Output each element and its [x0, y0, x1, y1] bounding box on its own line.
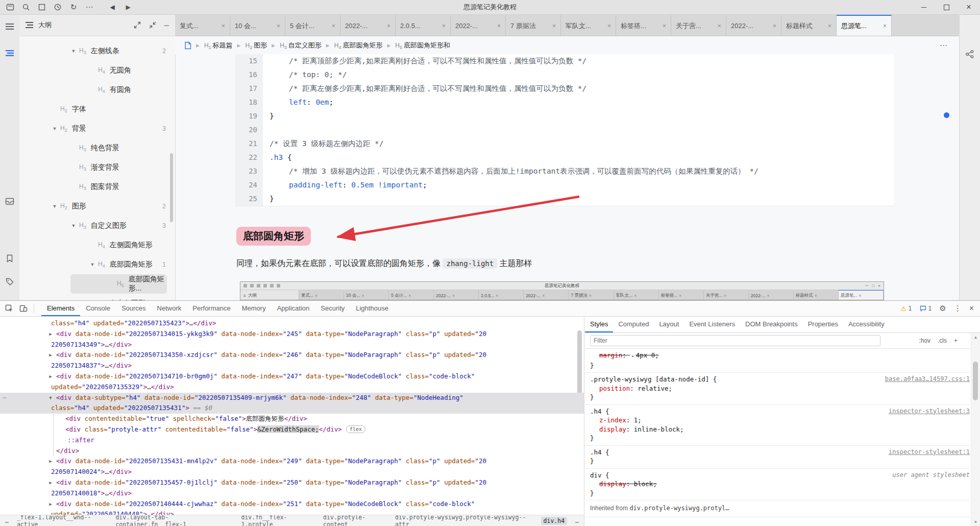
device-toolbar-icon[interactable]	[19, 304, 28, 313]
dom-breadcrumb-item[interactable]: …	[5, 517, 9, 524]
tab-close-icon[interactable]: ×	[718, 22, 721, 30]
styles-tab-computed[interactable]: Computed	[613, 316, 654, 332]
code-line[interactable]: /* 距离顶部多少距离,如果距离刚好合适，可以不写属性和属性值，属性值可以为负数…	[263, 54, 894, 68]
code-line[interactable]: padding-left: 0.5em !important;	[263, 178, 894, 192]
bookmark-icon[interactable]	[5, 253, 15, 264]
styles-toolbar-button[interactable]: +	[954, 337, 958, 344]
styles-tab-dom-breakpoints[interactable]: DOM Breakpoints	[740, 316, 803, 332]
styles-scrollbar[interactable]: ▲ ▼	[971, 333, 980, 526]
doc-heading[interactable]: 底部圆角矩形	[236, 227, 311, 246]
tab-close-icon[interactable]: ×	[883, 22, 887, 30]
inherited-node-link[interactable]: div.protyle-wysiwyg.protyl…	[629, 505, 729, 512]
styles-filter-input[interactable]	[590, 335, 880, 346]
code-line[interactable]: }	[263, 109, 894, 123]
devtools-tab-console[interactable]: Console	[80, 301, 116, 316]
dom-tree-line[interactable]: <div contenteditable="true" spellcheck="…	[0, 414, 584, 424]
tab-close-icon[interactable]: ×	[332, 22, 335, 30]
dom-breadcrumb-item[interactable]: div.layout-tab-container.fn__flex-1	[115, 515, 233, 526]
dom-tree-line[interactable]: </div>	[0, 446, 584, 457]
style-rule[interactable]: margin: ▸4px 0;}	[585, 349, 970, 373]
tree-expander-icon[interactable]: ▶	[47, 350, 54, 361]
outline-item[interactable]: H4有圆角	[19, 80, 175, 100]
tab-close-icon[interactable]: ×	[828, 22, 831, 30]
outline-item[interactable]: ▼H3左侧线条2	[19, 41, 175, 61]
devtools-tab-lighthouse[interactable]: Lighthouse	[350, 301, 394, 316]
tab[interactable]: 标签搭...×	[616, 14, 671, 36]
styles-toolbar-button[interactable]: .cls	[938, 337, 947, 344]
outline-scrollbar[interactable]	[170, 153, 173, 222]
tab[interactable]: 5 会计...×	[285, 14, 340, 36]
refresh-icon[interactable]: ↻	[69, 3, 78, 11]
devtools-tab-network[interactable]: Network	[152, 301, 187, 316]
devtools-tab-memory[interactable]: Memory	[236, 301, 272, 316]
devtools-close-icon[interactable]: ×	[969, 304, 974, 313]
expand-panel-icon[interactable]	[134, 21, 141, 29]
dom-breadcrumb-item[interactable]: div.protyle-wysiwyg.protyle-wysiwyg--att…	[395, 515, 533, 526]
code-line[interactable]: }	[263, 192, 894, 206]
scroll-position-dot[interactable]	[944, 112, 949, 118]
outline-item[interactable]: H3渐变背景	[19, 158, 175, 177]
dom-breadcrumb-item[interactable]: div.protyle-content	[323, 515, 387, 526]
styles-toolbar-button[interactable]: :hov	[919, 337, 930, 344]
warnings-badge[interactable]: ⚠1	[900, 305, 912, 313]
styles-tab-properties[interactable]: Properties	[803, 316, 843, 332]
dom-tree-line[interactable]: ▶<div data-node-id="20220507134015-ykkg3…	[0, 329, 584, 340]
outline-item[interactable]: ▼H2背景3	[19, 119, 175, 138]
tag-icon[interactable]	[5, 277, 15, 287]
dom-tree-line[interactable]: updated="20220507140448">…</div>	[0, 509, 584, 515]
tab-close-icon[interactable]: ×	[607, 22, 611, 30]
tab-close-icon[interactable]: ×	[387, 22, 390, 30]
dom-breadcrumb-item[interactable]: div.h4	[541, 517, 568, 525]
tab[interactable]: 2.0.5...×	[396, 14, 451, 36]
breadcrumb-item[interactable]: H1标题篇	[204, 41, 233, 50]
code-line[interactable]: /* top: 0; */	[263, 68, 894, 82]
min-panel-icon[interactable]: ─	[164, 21, 169, 29]
inbox-icon[interactable]	[5, 196, 15, 206]
inspect-element-icon[interactable]	[5, 304, 13, 313]
style-declaration[interactable]: display: inline-block;	[590, 425, 970, 434]
tab[interactable]: 关于营...×	[671, 14, 726, 36]
outline-item[interactable]: ▼H4底部圆角矩形1	[19, 255, 175, 274]
dom-tree-line[interactable]: class="h4" updated="20220507135431"> == …	[0, 403, 584, 414]
tab[interactable]: 思源笔...×	[837, 14, 892, 36]
tab[interactable]: 10 会...×	[230, 14, 285, 36]
dom-tree-line[interactable]: 220507134837">…</div>	[0, 361, 584, 371]
menu-icon[interactable]	[5, 21, 15, 32]
devtools-tab-application[interactable]: Application	[272, 301, 315, 316]
style-rule-source-link[interactable]: base.a0faa3…14597.css:1	[885, 375, 970, 384]
tree-expander-icon[interactable]: ▶	[47, 477, 54, 488]
devtools-settings-icon[interactable]: ⚙	[939, 304, 946, 313]
tab-close-icon[interactable]: ×	[222, 22, 225, 30]
outline-item[interactable]: H3图案背景	[19, 177, 175, 197]
outline-item[interactable]: H4左侧圆角矩形	[19, 235, 175, 255]
dom-tree-line[interactable]: ▶<div data-node-id="20220507134350-xzdjc…	[0, 350, 584, 361]
tab[interactable]: 2022-...×	[451, 14, 506, 36]
collapse-panel-icon[interactable]	[149, 21, 156, 29]
dom-tree-line[interactable]: 220507140018">…</div>	[0, 488, 584, 499]
outline-item[interactable]: ▼H3自定义图形3	[19, 216, 175, 235]
back-icon[interactable]: ◀	[108, 3, 116, 11]
devtools-tab-elements[interactable]: Elements	[41, 301, 80, 316]
style-rule[interactable]: .protyle-wysiwyg [data-node-id] {base.a0…	[585, 373, 970, 405]
tab-close-icon[interactable]: ×	[773, 22, 776, 30]
style-rule[interactable]: div {user agent stylesheetdisplay: block…	[585, 469, 970, 501]
dom-tree-line[interactable]: ⋯▼<div data-subtype="h4" data-node-id="2…	[0, 393, 584, 403]
style-rule-source-link[interactable]: inspector-stylesheet:3	[889, 407, 970, 416]
style-rule-source-link[interactable]: inspector-stylesheet:1	[889, 448, 970, 457]
dom-tree-line[interactable]: <div class="protyle-attr" contenteditabl…	[0, 424, 584, 435]
history-icon[interactable]	[54, 3, 62, 11]
devtools-tab-performance[interactable]: Performance	[187, 301, 236, 316]
close-button[interactable]: ×	[958, 1, 980, 14]
breadcrumb-item[interactable]: H5底部圆角矩形和	[395, 41, 450, 50]
tab[interactable]: 军队文...×	[561, 14, 616, 36]
tab[interactable]: 复式...×	[175, 14, 230, 36]
tab-close-icon[interactable]: ×	[277, 22, 280, 30]
outline-dock-icon[interactable]	[5, 48, 15, 58]
dom-breadcrumb-item[interactable]: _flex-1.layout__wnd--active	[17, 515, 107, 526]
dom-tree-line[interactable]: updated="20220507135329">…</div>	[0, 382, 584, 393]
dom-breadcrumb-item[interactable]: div.fn__flex-1.protyle	[241, 515, 315, 526]
style-rule[interactable]: .h4 {inspector-stylesheet:3z-index: 1;di…	[585, 405, 970, 446]
tree-expander-icon[interactable]: ▶	[47, 329, 54, 340]
code-line[interactable]: left: 0em;	[263, 95, 894, 109]
doc-paragraph[interactable]: 同理，如果伪元素在底部，可以设置底部的圆角矩形，像 zhang-light 主题…	[236, 258, 532, 269]
